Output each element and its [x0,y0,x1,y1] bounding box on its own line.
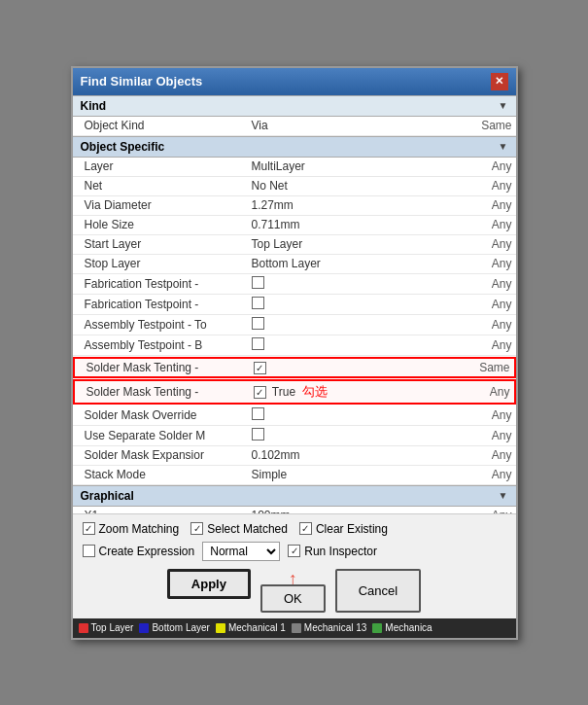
mechanical13-dot [292,623,301,633]
row-any: Any [463,336,516,354]
table-row: Use Separate Solder M Any [73,426,516,446]
close-button[interactable]: ✕ [491,73,508,90]
row-label: Net [73,177,248,194]
row-label: Object Kind [73,117,248,134]
top-layer-dot [79,623,88,633]
layer-item: Mechanical 13 [292,622,366,633]
mechanica-dot [372,623,382,633]
row-label: Use Separate Solder M [73,427,248,444]
zoom-matching-checkbox[interactable] [83,522,95,535]
row-any: Any [463,177,516,194]
table-row: Net No Net Any [73,177,516,196]
row-any: Any [463,427,516,444]
row-label: Stack Mode [73,466,248,483]
checkbox-icon[interactable] [252,407,264,420]
row-any: Any [463,296,516,313]
table-row: Fabrication Testpoint - Any [73,274,516,295]
table-row: Hole Size 0.711mm Any [73,216,516,235]
clear-existing-label: Clear Existing [316,522,388,536]
mechanical13-label: Mechanical 13 [304,622,366,633]
create-expression-label: Create Expression [99,545,195,558]
table-row: Fabrication Testpoint - Any [73,295,516,315]
row-value [248,274,463,294]
row-value [250,359,461,376]
row-value: Top Layer [248,235,463,253]
checkbox-icon[interactable] [252,297,264,309]
top-layer-label: Top Layer [91,622,134,633]
layer-item: Mechanical 1 [216,622,286,633]
select-matched-label: Select Matched [207,522,288,536]
row-value: No Net [248,177,463,194]
row-label: Start Layer [73,235,248,253]
checkbox-checked-icon[interactable] [254,362,266,374]
row-value: Via [248,117,463,134]
cancel-button[interactable]: Cancel [335,569,421,613]
true-label: True [272,385,295,399]
clear-existing-checkbox[interactable] [299,522,312,535]
table-row: X1 100mm Any [73,507,516,513]
table-row: Via Diameter 1.27mm Any [73,196,516,216]
row-value [248,426,463,445]
run-inspector-label: Run Inspector [304,545,377,558]
title-bar: Find Similar Objects ✕ [73,68,516,95]
checkbox-checked-icon[interactable] [254,386,266,399]
section-graphical: Graphical ▼ [73,485,516,507]
normal-dropdown[interactable]: Normal [202,542,280,561]
select-matched-checkbox[interactable] [190,522,203,535]
footer-options-row2: Create Expression Normal Run Inspector [83,542,506,561]
row-value: True 勾选 [250,381,461,403]
row-label: Assembly Testpoint - To [73,316,248,334]
kind-arrow-icon: ▼ [499,100,508,111]
bottom-layer-bar: Top Layer Bottom Layer Mechanical 1 Mech… [73,618,516,638]
ok-button-group: ↑ OK [260,569,326,613]
row-value: Bottom Layer [248,255,463,272]
row-value: 100mm [248,507,463,513]
run-inspector-checkbox[interactable] [288,545,300,557]
checkbox-icon[interactable] [252,337,264,350]
solder-mask-tenting-row-2: Solder Mask Tenting - True 勾选 Any [73,379,516,405]
checkbox-icon[interactable] [252,276,264,289]
row-label: Solder Mask Tenting - [75,383,250,401]
select-matched-option[interactable]: Select Matched [190,522,288,536]
dialog-title: Find Similar Objects [81,74,203,88]
row-label: Solder Mask Override [73,406,248,424]
row-label: Fabrication Testpoint - [73,275,248,293]
row-any: Any [463,216,516,233]
solder-mask-tenting-row-1: Solder Mask Tenting - Same [73,357,516,378]
row-value [248,405,463,425]
zoom-matching-option[interactable]: Zoom Matching [83,522,180,536]
table-row: Object Kind Via Same [73,117,516,136]
row-label: Hole Size [73,216,248,233]
footer-buttons: Apply ↑ OK Cancel [83,569,506,613]
row-label: Solder Mask Expansior [73,446,248,464]
apply-button[interactable]: Apply [167,569,251,599]
section-kind: Kind ▼ [73,95,516,117]
mechanical1-label: Mechanical 1 [228,622,286,633]
checkbox-icon[interactable] [252,317,264,330]
table-row: Stop Layer Bottom Layer Any [73,255,516,274]
row-value [248,295,463,314]
row-any: Any [463,158,516,175]
object-specific-arrow-icon: ▼ [499,141,508,152]
row-any: Same [461,359,514,376]
row-any: Any [463,235,516,253]
footer: Zoom Matching Select Matched Clear Exist… [73,513,516,618]
create-expression-checkbox[interactable] [83,545,95,557]
table-row: Assembly Testpoint - B Any [73,335,516,356]
run-inspector-option[interactable]: Run Inspector [288,545,377,558]
table-row: Solder Mask Expansior 0.102mm Any [73,446,516,466]
row-label: Assembly Testpoint - B [73,336,248,354]
checkbox-icon[interactable] [252,428,264,441]
create-expression-option[interactable]: Create Expression [83,545,195,558]
ok-button[interactable]: OK [260,584,326,613]
row-any: Same [463,117,516,134]
row-any: Any [463,196,516,214]
row-any: Any [463,255,516,272]
row-label: X1 [73,507,248,513]
footer-options-row1: Zoom Matching Select Matched Clear Exist… [83,522,506,536]
layer-item: Bottom Layer [139,622,209,633]
row-label: Via Diameter [73,196,248,214]
section-graphical-label: Graphical [81,489,134,503]
clear-existing-option[interactable]: Clear Existing [299,522,388,536]
row-any: Any [461,383,514,401]
